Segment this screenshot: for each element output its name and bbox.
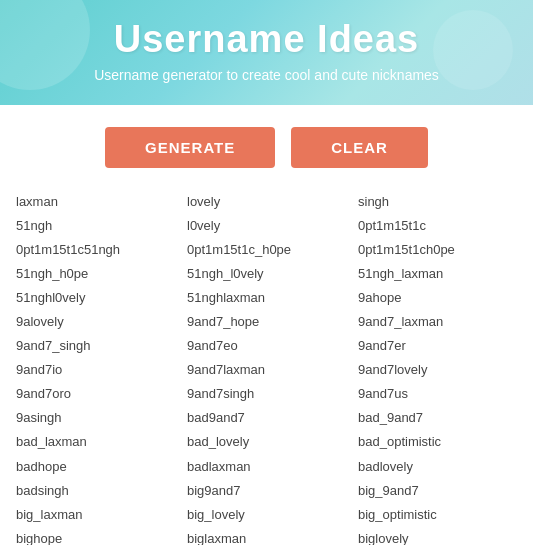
header: Username Ideas Username generator to cre…	[0, 0, 533, 105]
page-subtitle: Username generator to create cool and cu…	[20, 67, 513, 83]
list-item: big_optimistic	[358, 503, 517, 527]
list-item: 9and7lovely	[358, 358, 517, 382]
list-item: badlaxman	[187, 455, 346, 479]
list-item: 51ngh_laxman	[358, 262, 517, 286]
list-item: l0vely	[187, 214, 346, 238]
list-item: bad9and7	[187, 406, 346, 430]
list-item: 0pt1m15t1c	[358, 214, 517, 238]
username-col-3: singh0pt1m15t1c0pt1m15t1ch0pe51ngh_laxma…	[352, 190, 523, 545]
list-item: 51nghlaxman	[187, 286, 346, 310]
list-item: big_lovely	[187, 503, 346, 527]
list-item: 51ngh	[16, 214, 175, 238]
list-item: bad_lovely	[187, 430, 346, 454]
list-item: 0pt1m15t1ch0pe	[358, 238, 517, 262]
list-item: 9and7oro	[16, 382, 175, 406]
list-item: 9ahope	[358, 286, 517, 310]
list-item: 9and7laxman	[187, 358, 346, 382]
list-item: 0pt1m15t1c_h0pe	[187, 238, 346, 262]
list-item: bad_9and7	[358, 406, 517, 430]
list-item: 51ngh_l0vely	[187, 262, 346, 286]
list-item: singh	[358, 190, 517, 214]
list-item: badlovely	[358, 455, 517, 479]
page-title: Username Ideas	[20, 18, 513, 61]
list-item: biglovely	[358, 527, 517, 545]
list-item: 9and7singh	[187, 382, 346, 406]
list-item: big_laxman	[16, 503, 175, 527]
list-item: bighope	[16, 527, 175, 545]
list-item: 9alovely	[16, 310, 175, 334]
list-item: 51ngh_h0pe	[16, 262, 175, 286]
list-item: 9and7us	[358, 382, 517, 406]
list-item: 9asingh	[16, 406, 175, 430]
list-item: biglaxman	[187, 527, 346, 545]
list-item: 0pt1m15t1c51ngh	[16, 238, 175, 262]
username-col-2: lovelyl0vely0pt1m15t1c_h0pe51ngh_l0vely5…	[181, 190, 352, 545]
list-item: badsingh	[16, 479, 175, 503]
list-item: 51nghl0vely	[16, 286, 175, 310]
list-item: bad_laxman	[16, 430, 175, 454]
list-item: 9and7er	[358, 334, 517, 358]
list-item: badhope	[16, 455, 175, 479]
button-row: GENERATE CLEAR	[0, 105, 533, 186]
list-item: laxman	[16, 190, 175, 214]
list-item: 9and7_laxman	[358, 310, 517, 334]
list-item: 9and7_hope	[187, 310, 346, 334]
list-item: big9and7	[187, 479, 346, 503]
clear-button[interactable]: CLEAR	[291, 127, 428, 168]
list-item: lovely	[187, 190, 346, 214]
list-item: 9and7io	[16, 358, 175, 382]
username-list: laxman51ngh0pt1m15t1c51ngh51ngh_h0pe51ng…	[0, 186, 533, 545]
username-col-1: laxman51ngh0pt1m15t1c51ngh51ngh_h0pe51ng…	[10, 190, 181, 545]
list-item: 9and7_singh	[16, 334, 175, 358]
generate-button[interactable]: GENERATE	[105, 127, 275, 168]
list-item: 9and7eo	[187, 334, 346, 358]
list-item: bad_optimistic	[358, 430, 517, 454]
list-item: big_9and7	[358, 479, 517, 503]
